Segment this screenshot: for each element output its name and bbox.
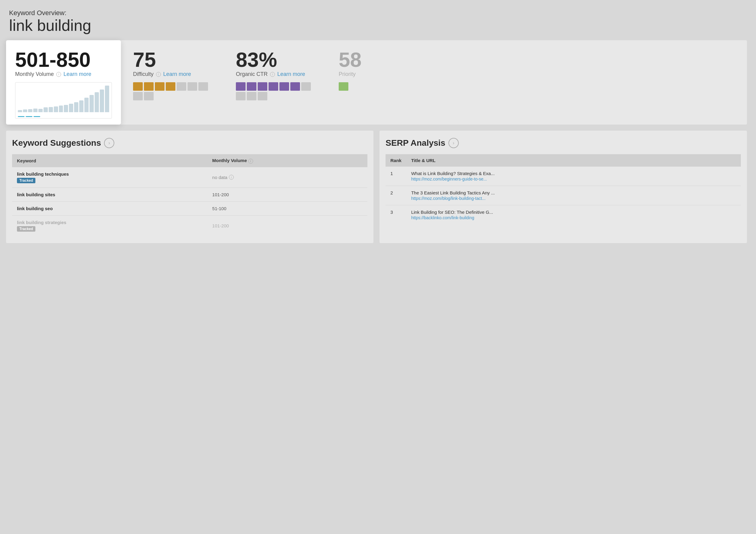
legend-dash-2 bbox=[26, 116, 32, 117]
page-subtitle: Keyword Overview: bbox=[9, 9, 747, 17]
volume-label: Monthly Volume i Learn more bbox=[15, 71, 112, 77]
chart-bar bbox=[69, 104, 73, 112]
serp-table: Rank Title & URL 1What is Link Building?… bbox=[386, 154, 741, 224]
ctr-learn-more[interactable]: Learn more bbox=[277, 71, 305, 77]
chart-bar bbox=[59, 106, 63, 112]
ctr-block-purple bbox=[247, 82, 256, 91]
kw-volume-cell: no data i bbox=[207, 167, 367, 188]
chart-bar bbox=[23, 109, 27, 112]
table-row: 2The 3 Easiest Link Building Tactics Any… bbox=[386, 186, 741, 205]
difficulty-block-gray bbox=[133, 92, 143, 100]
kw-col-keyword: Keyword bbox=[12, 154, 207, 167]
tracked-badge: Tracked bbox=[17, 178, 35, 183]
serp-result-title: The 3 Easiest Link Building Tactics Any … bbox=[411, 190, 508, 195]
metric-volume-card: 501-850 Monthly Volume i Learn more bbox=[6, 40, 121, 124]
no-data-info[interactable]: i bbox=[229, 175, 234, 180]
chart-bar bbox=[33, 109, 38, 112]
table-row: link building techniquesTrackedno data i bbox=[12, 167, 367, 188]
difficulty-block-gray bbox=[198, 82, 208, 91]
metric-ctr: 83% Organic CTR i Learn more bbox=[236, 49, 321, 100]
difficulty-blocks bbox=[133, 82, 218, 100]
table-row: link building sites101-200 bbox=[12, 187, 367, 201]
serp-rank: 1 bbox=[386, 167, 406, 186]
chart-bar bbox=[18, 110, 22, 112]
ctr-block-purple bbox=[290, 82, 300, 91]
kw-keyword-cell: link building strategiesTracked bbox=[12, 215, 207, 236]
difficulty-value: 75 bbox=[133, 49, 218, 70]
metric-difficulty: 75 Difficulty i Learn more bbox=[133, 49, 218, 100]
priority-blocks bbox=[339, 82, 375, 91]
ctr-block-gray bbox=[236, 92, 246, 100]
volume-value: 501-850 bbox=[15, 49, 112, 70]
kw-suggestions-header: Keyword Suggestions › bbox=[12, 138, 367, 148]
priority-block-green bbox=[339, 82, 348, 91]
chart-bar bbox=[79, 100, 83, 113]
table-row: link building seo51-100 bbox=[12, 201, 367, 215]
table-row: 1What is Link Building? Strategies & Exa… bbox=[386, 167, 741, 186]
ctr-block-gray bbox=[247, 92, 256, 100]
serp-result-url[interactable]: https://backlinko.com/link-building bbox=[411, 215, 508, 220]
volume-chart bbox=[15, 82, 112, 119]
legend-dash-1 bbox=[18, 116, 24, 117]
difficulty-info-icon[interactable]: i bbox=[156, 72, 161, 77]
legend-dash-3 bbox=[34, 116, 40, 117]
kw-keyword-cell: link building sites bbox=[12, 187, 207, 201]
kw-suggestions-arrow[interactable]: › bbox=[104, 138, 114, 148]
serp-result: Link Building for SEO: The Definitive G.… bbox=[406, 205, 741, 225]
difficulty-label: Difficulty i Learn more bbox=[133, 71, 218, 77]
kw-col-volume: Monthly Volume i bbox=[207, 154, 367, 167]
ctr-block-gray bbox=[257, 92, 267, 100]
priority-label: Priority bbox=[339, 71, 375, 77]
kw-table: Keyword Monthly Volume i link building t… bbox=[12, 154, 367, 236]
keyword-suggestions-card: Keyword Suggestions › Keyword Monthly Vo… bbox=[6, 131, 373, 243]
tracked-badge: Tracked bbox=[17, 226, 35, 232]
ctr-value: 83% bbox=[236, 49, 321, 70]
difficulty-block-gold bbox=[144, 82, 154, 91]
kw-keyword-text: link building strategies bbox=[17, 220, 202, 225]
ctr-block-gray bbox=[301, 82, 311, 91]
page-title: link building bbox=[9, 17, 747, 34]
metrics-other: 75 Difficulty i Learn more 83% Organic C… bbox=[121, 40, 747, 124]
volume-text: 101-200 bbox=[212, 223, 229, 228]
difficulty-block-gold bbox=[166, 82, 176, 91]
serp-rank: 2 bbox=[386, 186, 406, 205]
chart-bar bbox=[39, 109, 42, 112]
serp-col-rank: Rank bbox=[386, 154, 406, 167]
ctr-block-purple bbox=[236, 82, 246, 91]
serp-result-title: What is Link Building? Strategies & Exa.… bbox=[411, 171, 508, 176]
serp-result-url[interactable]: https://moz.com/blog/link-building-tact.… bbox=[411, 196, 508, 201]
volume-text: 51-100 bbox=[212, 206, 227, 211]
volume-learn-more[interactable]: Learn more bbox=[64, 71, 91, 77]
ctr-block-purple bbox=[280, 82, 289, 91]
chart-bar bbox=[28, 109, 32, 113]
serp-rank: 3 bbox=[386, 205, 406, 225]
ctr-blocks bbox=[236, 82, 321, 100]
serp-result-title: Link Building for SEO: The Definitive G.… bbox=[411, 209, 508, 215]
volume-info-icon[interactable]: i bbox=[56, 72, 61, 77]
ctr-info-icon[interactable]: i bbox=[270, 72, 275, 77]
serp-arrow[interactable]: › bbox=[448, 138, 459, 148]
chart-bar bbox=[100, 90, 104, 112]
metrics-bar: 501-850 Monthly Volume i Learn more 75 D… bbox=[6, 40, 747, 124]
bottom-sections: Keyword Suggestions › Keyword Monthly Vo… bbox=[6, 131, 747, 243]
table-row: 3Link Building for SEO: The Definitive G… bbox=[386, 205, 741, 225]
ctr-block-purple bbox=[269, 82, 278, 91]
serp-result: What is Link Building? Strategies & Exa.… bbox=[406, 167, 741, 186]
serp-result-url[interactable]: https://moz.com/beginners-guide-to-se... bbox=[411, 176, 508, 181]
chart-bar bbox=[64, 105, 68, 113]
kw-keyword-cell: link building seo bbox=[12, 201, 207, 215]
difficulty-block-gray bbox=[187, 82, 197, 91]
ctr-label: Organic CTR i Learn more bbox=[236, 71, 321, 77]
serp-title: SERP Analysis bbox=[386, 138, 446, 148]
difficulty-block-gold bbox=[133, 82, 143, 91]
chart-bar bbox=[43, 107, 48, 112]
volume-header-info[interactable]: i bbox=[248, 159, 253, 164]
kw-volume-cell: 101-200 bbox=[207, 215, 367, 236]
priority-value: 58 bbox=[339, 49, 375, 70]
difficulty-learn-more[interactable]: Learn more bbox=[163, 71, 191, 77]
metric-priority: 58 Priority bbox=[339, 49, 375, 91]
kw-volume-cell: 101-200 bbox=[207, 187, 367, 201]
kw-keyword-text: link building sites bbox=[17, 192, 202, 197]
kw-keyword-text: link building seo bbox=[17, 206, 202, 211]
kw-volume-cell: 51-100 bbox=[207, 201, 367, 215]
